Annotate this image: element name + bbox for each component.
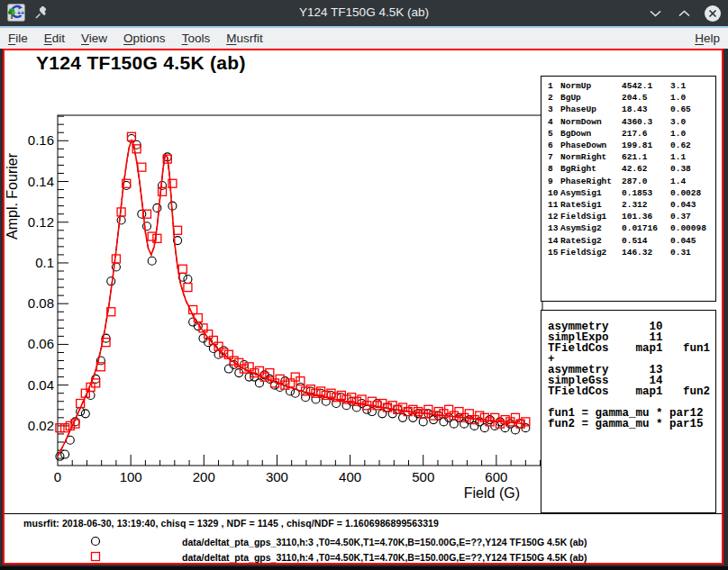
y-tick-label: 0.06	[28, 336, 54, 351]
x-axis-title: Field (G)	[464, 485, 520, 501]
y-tick-label: 0.16	[28, 132, 54, 148]
close-icon	[704, 5, 722, 23]
x-tick-label: 400	[339, 469, 361, 484]
menubar: FileEditViewOptionsToolsMusrfitHelp	[0, 28, 728, 49]
parameter-row: 6PhaseDown199.810.62	[546, 140, 715, 151]
legend-square-marker-icon	[89, 550, 102, 566]
y-tick-label: 0.1	[35, 255, 54, 270]
menu-musrfit[interactable]: Musrfit	[218, 30, 271, 47]
maximize-button[interactable]	[674, 4, 694, 23]
parameter-box[interactable]: 1NormUp4542.13.12BgUp204.51.03PhaseUp18.…	[541, 76, 716, 302]
menu-view[interactable]: View	[73, 30, 115, 47]
menu-help[interactable]: Help	[687, 30, 728, 47]
menu-tools[interactable]: Tools	[174, 30, 219, 47]
series-data-h4	[56, 132, 530, 431]
parameter-row: 2BgUp204.51.0	[546, 92, 715, 104]
menu-edit[interactable]: Edit	[36, 30, 73, 47]
parameter-row: 7NormRight621.11.1	[546, 151, 715, 163]
chevron-up-icon	[678, 10, 690, 17]
theory-line: TFieldCos map1 fun2	[548, 386, 715, 397]
parameter-row: 3PhaseUp18.430.65	[546, 104, 715, 115]
legend-entry-h3: data/deltat_pta_gps_3110,h:3 ,T0=4.50K,T…	[182, 537, 587, 547]
x-tick-label: 600	[485, 469, 507, 484]
minimize-button[interactable]	[645, 4, 665, 23]
parameter-row: 8BgRight42.620.38	[546, 163, 715, 175]
y-tick-label: 0.04	[28, 377, 54, 393]
root-canvas[interactable]: Y124 TF150G 4.5K (ab) 010020030040050060…	[3, 49, 723, 565]
axes: 0100200300400500600Field (G)0.020.040.06…	[5, 115, 542, 501]
parameter-row: 1NormUp4542.13.1	[546, 80, 715, 92]
close-button[interactable]	[703, 4, 723, 23]
titlebar: ++ Y124 TF150G 4.5K (ab)	[0, 0, 728, 26]
fit-status-text: musrfit: 2018-06-30, 13:19:40, chisq = 1…	[23, 518, 439, 529]
y-tick-label: 0.08	[28, 295, 54, 311]
parameter-row: 14RateSig20.5140.045	[546, 235, 715, 247]
legend-pad-separator	[5, 513, 722, 514]
parameter-row: 12FieldSig1101.360.37	[546, 211, 715, 222]
y-tick-label: 0.02	[28, 418, 54, 433]
x-tick-label: 200	[193, 469, 215, 484]
parameter-row: 9PhaseRight287.01.4	[546, 176, 715, 187]
x-tick-label: 100	[120, 469, 142, 484]
theory-line: TFieldCos map1 fun1	[548, 343, 715, 354]
theory-line: fun2 = gamma_mu * par15	[548, 419, 715, 430]
theory-box[interactable]: asymmetry 10simplExpo 11TFieldCos map1 f…	[541, 310, 716, 513]
window-title: Y124 TF150G 4.5K (ab)	[0, 5, 728, 19]
x-tick-label: 300	[266, 469, 288, 484]
parameter-row: 11RateSig12.3120.043	[546, 199, 715, 211]
x-tick-label: 0	[54, 469, 61, 484]
parameter-row: 10AsymSig10.18530.0028	[546, 187, 715, 199]
legend-circle-marker-icon	[89, 535, 102, 551]
y-tick-label: 0.14	[28, 174, 54, 189]
parameter-row: 15FieldSig2146.320.31	[546, 247, 715, 258]
y-tick-label: 0.12	[28, 214, 54, 230]
legend-entry-h4: data/deltat_pta_gps_3110,h:4 ,T0=4.50K,T…	[182, 552, 587, 563]
parameter-row: 13AsymSig20.017160.00098	[546, 222, 715, 234]
parameter-row: 4NormDown4360.33.0	[546, 116, 715, 128]
window-bottom-edge	[0, 566, 728, 570]
x-tick-label: 500	[412, 469, 434, 484]
menu-options[interactable]: Options	[115, 30, 174, 47]
chevron-down-icon	[650, 10, 661, 17]
parameter-row: 5BgDown217.61.0	[546, 128, 715, 140]
y-axis-title: Ampl. Fourier	[5, 152, 20, 240]
app-window: ++ Y124 TF150G 4.5K (ab)	[0, 0, 728, 570]
menu-file[interactable]: File	[0, 30, 36, 47]
